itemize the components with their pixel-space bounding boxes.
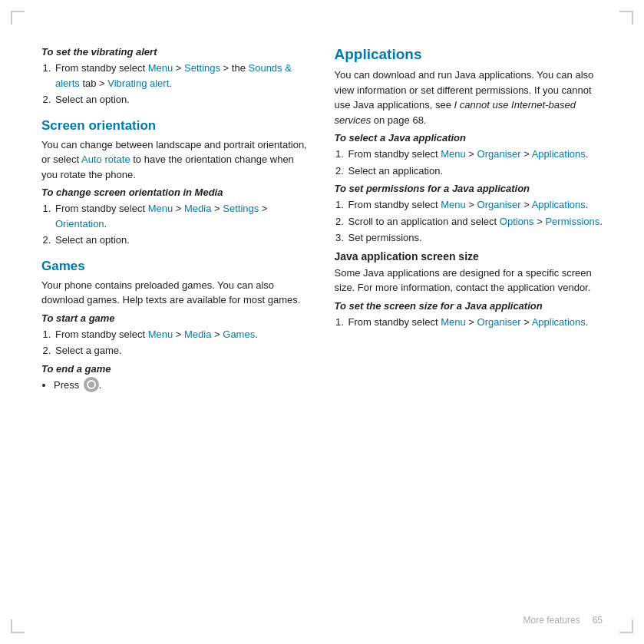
organiser-link-3: Organiser	[477, 316, 521, 328]
orientation-step-2: Select an option.	[54, 233, 310, 248]
sounds-link: Sounds & alerts	[55, 62, 292, 89]
screen-orientation-body: You can change between landscape and por…	[41, 137, 310, 183]
content-area: To set the vibrating alert From standby …	[0, 46, 644, 567]
menu-link-2: Menu	[148, 203, 173, 214]
media-link-2: Media	[184, 329, 211, 340]
menu-link-1: Menu	[148, 62, 173, 74]
games-heading: Games	[41, 259, 310, 274]
page: To set the vibrating alert From standby …	[0, 0, 644, 644]
start-game-title: To start a game	[41, 312, 310, 324]
screen-size-steps: From standby select Menu > Organiser > A…	[335, 315, 603, 330]
section-applications: Applications You can download and run Ja…	[335, 46, 603, 329]
options-link: Options	[500, 216, 534, 227]
settings-link-1: Settings	[184, 62, 220, 74]
permissions-step-1: From standby select Menu > Organiser > A…	[347, 197, 603, 213]
media-link-1: Media	[184, 203, 211, 214]
menu-link-6: Menu	[441, 316, 466, 328]
corner-bl	[11, 619, 25, 633]
footer-label: More features	[523, 615, 580, 626]
applications-link-1: Applications	[532, 148, 586, 160]
games-link: Games	[223, 329, 255, 340]
menu-link-4: Menu	[441, 148, 466, 160]
end-call-icon	[84, 377, 99, 392]
select-java-title: To select a Java application	[335, 132, 603, 144]
menu-link-5: Menu	[441, 199, 466, 210]
right-column: Applications You can download and run Ja…	[335, 46, 603, 567]
vibrating-step-2: Select an option.	[54, 92, 310, 107]
permissions-steps: From standby select Menu > Organiser > A…	[335, 197, 603, 246]
applications-link-3: Applications	[532, 316, 586, 328]
section-screen-orientation: Screen orientation You can change betwee…	[41, 118, 310, 248]
permissions-step-2: Scroll to an application and select Opti…	[347, 214, 603, 230]
select-java-step-2: Select an application.	[347, 163, 603, 179]
applications-link-2: Applications	[532, 199, 586, 210]
corner-tr	[619, 11, 633, 25]
end-game-step-1: Press .	[54, 378, 310, 394]
orientation-steps: From standby select Menu > Media > Setti…	[41, 201, 310, 248]
start-game-step-2: Select a game.	[54, 343, 310, 358]
vibrating-title: To set the vibrating alert	[41, 46, 310, 58]
start-game-steps: From standby select Menu > Media > Games…	[41, 327, 310, 358]
end-game-steps: Press .	[41, 378, 310, 394]
select-java-steps: From standby select Menu > Organiser > A…	[335, 147, 603, 178]
vibrating-link: Vibrating alert	[107, 78, 169, 89]
end-game-title: To end a game	[41, 363, 310, 375]
corner-br	[619, 619, 633, 633]
menu-link-3: Menu	[148, 329, 173, 340]
vibrating-step-1: From standby select Menu > Settings > th…	[54, 61, 310, 91]
organiser-link-2: Organiser	[477, 199, 521, 210]
cannot-use-italic: I cannot use Internet-based services	[335, 99, 576, 126]
change-orientation-title: To change screen orientation in Media	[41, 187, 310, 198]
start-game-step-1: From standby select Menu > Media > Games…	[54, 327, 310, 342]
footer-page-number: 65	[593, 615, 603, 626]
organiser-link-1: Organiser	[477, 148, 521, 160]
games-body: Your phone contains preloaded games. You…	[41, 278, 310, 308]
applications-body: You can download and run Java applicatio…	[335, 68, 603, 127]
left-column: To set the vibrating alert From standby …	[41, 46, 310, 567]
screen-size-step-1: From standby select Menu > Organiser > A…	[347, 315, 603, 330]
footer: More features 65	[523, 615, 603, 626]
orientation-link: Orientation	[55, 218, 104, 230]
vibrating-steps: From standby select Menu > Settings > th…	[41, 61, 310, 107]
screen-orientation-heading: Screen orientation	[41, 118, 310, 134]
corner-tl	[11, 11, 25, 25]
permissions-title: To set permissions for a Java applicatio…	[335, 183, 603, 194]
orientation-step-1: From standby select Menu > Media > Setti…	[54, 201, 310, 231]
screen-size-body: Some Java applications are designed for …	[335, 266, 603, 296]
auto-rotate-link: Auto rotate	[81, 154, 130, 165]
section-games: Games Your phone contains preloaded game…	[41, 259, 310, 394]
set-screen-size-title: To set the screen size for a Java applic…	[335, 300, 603, 312]
screen-size-heading: Java application screen size	[335, 250, 603, 263]
applications-heading: Applications	[335, 46, 603, 63]
select-java-step-1: From standby select Menu > Organiser > A…	[347, 147, 603, 162]
permissions-step-3: Set permissions.	[347, 230, 603, 246]
permissions-link: Permissions	[545, 216, 599, 227]
section-vibrating: To set the vibrating alert From standby …	[41, 46, 310, 107]
settings-link-2: Settings	[223, 203, 259, 214]
